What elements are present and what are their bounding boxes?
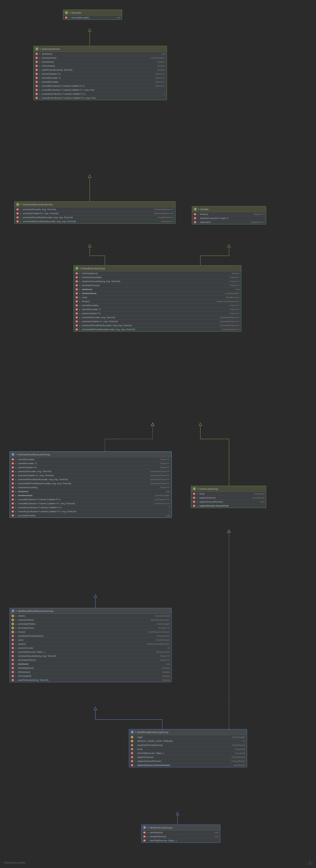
member-row[interactable]: maexecute(Runnable)void bbox=[10, 514, 171, 518]
class-iterable[interactable]: I%Iterablemaiterator()Iterator<T>m○forEa… bbox=[192, 206, 266, 224]
member-row[interactable]: maschedule(Runnable, long, TimeUnit)Sche… bbox=[15, 207, 175, 211]
member-row[interactable]: m↑isShuttingDown()boolean bbox=[10, 666, 171, 670]
class-header[interactable]: I%Executor bbox=[63, 10, 122, 16]
class-header[interactable]: C%MultithreadEventExecutorGroup bbox=[10, 608, 171, 614]
class-executor-service[interactable]: I%ExecutorServicemashutdown()voidmashutd… bbox=[33, 46, 167, 100]
member-row[interactable]: m↑next()EventExecutor bbox=[10, 638, 171, 642]
member-row[interactable]: m↑terminationFuture()Future<?> bbox=[10, 658, 171, 662]
member-row[interactable]: maschedule(Callable<V>, long, TimeUnit)S… bbox=[15, 211, 175, 215]
member-row[interactable]: mainvokeAny(Collection<? extends Callabl… bbox=[34, 92, 166, 96]
member-row[interactable]: mashutdown()void bbox=[10, 489, 171, 493]
member-row[interactable]: m↑isShutdown()boolean bbox=[10, 670, 171, 674]
member-row[interactable]: m↑newDefaultThreadFactory()ThreadFactory bbox=[10, 634, 171, 638]
member-row[interactable]: mashutdownGracefully()Future<?> bbox=[74, 275, 241, 279]
member-row[interactable]: f●childrenEventExecutor[] bbox=[10, 614, 171, 618]
member-row[interactable]: maschedule(Runnable, long, TimeUnit)Sche… bbox=[74, 315, 241, 319]
member-row[interactable]: mascheduleWithFixedDelay(Runnable, long,… bbox=[74, 327, 241, 331]
member-row[interactable]: m↑isTerminated()boolean bbox=[10, 674, 171, 678]
member-row[interactable]: m↑register(ChannelPromise)ChannelFuture bbox=[129, 759, 247, 763]
class-nio-event-loop-group[interactable]: C%NioEventLoopGroupm●setIoRatio(int)void… bbox=[141, 825, 220, 843]
member-row[interactable]: m↑newChild(Executor, Object...)EventExec… bbox=[10, 650, 171, 654]
member-row[interactable]: mainvokeAny(Collection<? extends Callabl… bbox=[10, 505, 171, 509]
member-row[interactable]: m○forEach(Consumer<? super T> bbox=[192, 216, 266, 220]
member-row[interactable]: m↑newDefaultThreadFactory()ThreadFactory bbox=[129, 743, 247, 747]
member-row[interactable]: mainvokeAll(Collection<? extends Callabl… bbox=[10, 497, 171, 501]
member-row[interactable]: masubmit(Runnable)Future<?> bbox=[34, 80, 166, 84]
member-row[interactable]: mascheduleAtFixedRate(Runnable, long, lo… bbox=[74, 323, 241, 327]
member-row[interactable]: masubmit(Callable<T>)Future<T> bbox=[74, 311, 241, 315]
member-row[interactable]: manext()EventLoop bbox=[191, 492, 266, 496]
class-abstract-event-executor-group[interactable]: C%AbstractEventExecutorGroupmasubmit(Run… bbox=[9, 452, 172, 518]
member-row[interactable]: m●rebuildSelectors()void bbox=[141, 834, 220, 838]
member-row[interactable]: m↑shutdownGracefully(long, long, TimeUni… bbox=[10, 654, 171, 658]
member-row[interactable]: maisTerminated()boolean bbox=[34, 64, 166, 68]
member-row[interactable]: maawaitTermination(long, TimeUnit)boolea… bbox=[34, 68, 166, 72]
member-row[interactable]: f●terminatedChildrenAtomicInteger bbox=[10, 622, 171, 626]
member-row[interactable]: f○loggerInternalLogger bbox=[129, 735, 247, 739]
member-row[interactable]: m↑next()EventLoop bbox=[129, 747, 247, 751]
class-header[interactable]: I%ScheduledExecutorService bbox=[15, 202, 175, 207]
member-row[interactable]: masubmit(Runnable, T)Future<T> bbox=[10, 461, 171, 465]
member-row[interactable]: masubmit(Runnable, T)Future<T> bbox=[34, 76, 166, 80]
class-header[interactable]: I%EventLoopGroup bbox=[191, 486, 266, 492]
member-row[interactable]: maiterator()Iterator<T> bbox=[192, 212, 266, 216]
member-row[interactable]: m↑shutdown()void bbox=[10, 662, 171, 666]
member-row[interactable]: maschedule(Callable<V>, long, TimeUnit)S… bbox=[74, 319, 241, 323]
member-row[interactable]: mashutdownNow()List<Runnable> bbox=[74, 291, 241, 295]
class-header[interactable]: I%Iterable bbox=[192, 207, 266, 212]
member-row[interactable]: m↑register(Channel, ChannelPromise)ianne… bbox=[129, 763, 247, 767]
member-row[interactable]: mainvokeAny(Collection<? extends Callabl… bbox=[10, 509, 171, 514]
member-row[interactable]: mashutdownGracefully()Future<?> bbox=[10, 485, 171, 489]
member-row[interactable]: mainvokeAll(Collection<? extends Callabl… bbox=[34, 84, 166, 88]
class-event-executor-group[interactable]: I%EventExecutorGroupmaisShuttingDown()bo… bbox=[73, 265, 242, 332]
member-row[interactable]: mainvokeAll(Collection<? extends Callabl… bbox=[34, 88, 166, 92]
member-row[interactable]: m↑register(Channel)ChannelFuture bbox=[129, 755, 247, 759]
member-row[interactable]: maisShutdown()boolean bbox=[34, 60, 166, 64]
member-row[interactable]: mainvokeAny(Collection<? extends Callabl… bbox=[34, 96, 166, 100]
member-row[interactable]: m○spliterator()Spliterator<T> bbox=[192, 220, 266, 224]
member-row[interactable]: mashutdown()void bbox=[74, 287, 241, 291]
member-row[interactable]: masubmit(Callable<T>)Future<T> bbox=[10, 465, 171, 469]
member-row[interactable]: f●terminationFuturePromise<?> bbox=[10, 626, 171, 630]
class-multithread-event-executor-group[interactable]: C%MultithreadEventExecutorGroupf●childre… bbox=[9, 608, 172, 682]
member-row[interactable]: f●chooserEventExecutorChooser bbox=[10, 630, 171, 634]
class-header[interactable]: I%ExecutorService bbox=[34, 46, 166, 52]
member-row[interactable]: maexecute(Runnable)void bbox=[63, 16, 122, 20]
member-row[interactable]: mascheduleAtFixedRate(Runnable, long, lo… bbox=[10, 477, 171, 481]
class-scheduled-executor-service[interactable]: I%ScheduledExecutorServicemaschedule(Run… bbox=[14, 202, 176, 224]
member-row[interactable]: mascheduleAtFixedRate(Runnable, long, lo… bbox=[15, 215, 175, 219]
member-row[interactable]: mascheduleWithFixedDelay(Runnable, long,… bbox=[10, 481, 171, 485]
class-header[interactable]: C%MultithreadEventLoopGroup bbox=[129, 730, 247, 735]
member-row[interactable]: maiterator()Iterator<EventExecutor> bbox=[74, 299, 241, 303]
member-row[interactable]: mainvokeAll(Collection<? extends Callabl… bbox=[10, 501, 171, 505]
class-header[interactable]: I%EventExecutorGroup bbox=[74, 266, 241, 271]
member-row[interactable]: maregister(Channel)iannelFuture bbox=[191, 496, 266, 500]
member-row[interactable]: masubmit(Runnable)Future<?> bbox=[10, 457, 171, 461]
member-row[interactable]: masubmit(Callable<T>)Future<T> bbox=[34, 72, 166, 76]
member-row[interactable]: m●setIoRatio(int)void bbox=[141, 830, 220, 834]
member-row[interactable]: maschedule(Callable<V>, long, TimeUnit)S… bbox=[10, 473, 171, 477]
member-row[interactable]: m↑newChild(Executor, Object...)EventLoop bbox=[129, 751, 247, 755]
member-row[interactable]: m↑iterator()Iterator<EventExecutor> bbox=[10, 642, 171, 646]
member-row[interactable]: mashutdownGracefully(long, long, TimeUni… bbox=[74, 279, 241, 283]
member-row[interactable]: masubmit(Runnable)Future<?> bbox=[74, 303, 241, 307]
class-event-loop-group[interactable]: I%EventLoopGroupmanext()EventLoopmaregis… bbox=[191, 486, 266, 508]
member-row[interactable]: mashutdownNow()List<Runnable> bbox=[10, 493, 171, 497]
member-row[interactable]: f○DEFAULT_EVENT_LOOP_THREADSint bbox=[129, 739, 247, 743]
member-row[interactable]: f●readonlyChildrenSet<EventExecutor> bbox=[10, 618, 171, 622]
member-row[interactable]: mashutdown()void bbox=[34, 52, 166, 56]
member-row[interactable]: m●executorCount()int bbox=[10, 646, 171, 650]
class-header[interactable]: C%AbstractEventExecutorGroup bbox=[10, 452, 171, 457]
member-row[interactable]: mashutdownNow()List<Runnable> bbox=[34, 56, 166, 60]
member-row[interactable]: materminationFuture()Future<?> bbox=[74, 283, 241, 287]
class-executor[interactable]: I%Executormaexecute(Runnable)void bbox=[63, 9, 122, 20]
member-row[interactable]: m↑awaitTermination(long, TimeUnit)boolea… bbox=[10, 678, 171, 682]
member-row[interactable]: m↑newChild(Executor, Object...) bbox=[141, 838, 220, 842]
member-row[interactable]: mascheduleWithFixedDelay(Runnable, long,… bbox=[15, 219, 175, 223]
member-row[interactable]: maregister(Channel, ChannelProm bbox=[191, 504, 266, 508]
class-multithread-event-loop-group[interactable]: C%MultithreadEventLoopGroupf○loggerInter… bbox=[129, 729, 247, 768]
member-row[interactable]: maisShuttingDown()boolean bbox=[74, 271, 241, 275]
member-row[interactable]: maschedule(Runnable, long, TimeUnit)Sche… bbox=[10, 469, 171, 473]
member-row[interactable]: manext()EventExecutor bbox=[74, 295, 241, 299]
member-row[interactable]: maregister(ChannelPromise)iture bbox=[191, 500, 266, 504]
